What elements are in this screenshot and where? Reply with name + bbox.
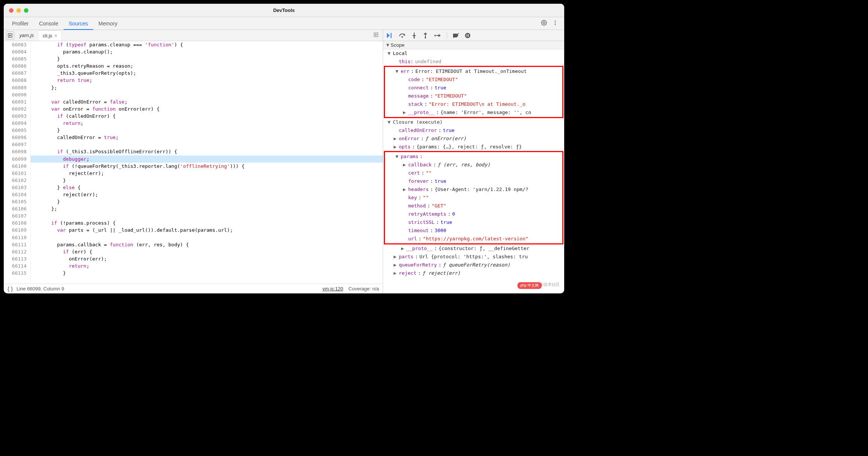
disclosure-triangle-icon: ▼ xyxy=(385,42,389,48)
window-title: DevTools xyxy=(273,7,295,13)
resume-icon[interactable] xyxy=(387,33,393,38)
scope-section-label: Scope xyxy=(391,42,404,48)
tab-sources[interactable]: Sources xyxy=(64,17,93,30)
svg-marker-16 xyxy=(424,33,427,34)
svg-marker-10 xyxy=(404,34,406,36)
file-tab-clijs[interactable]: cli.js × xyxy=(39,30,61,41)
file-tabbar: yarn.js cli.js × xyxy=(4,30,383,41)
code-editor[interactable]: 6608366084660856608666087660886608966090… xyxy=(4,41,383,284)
sources-panel: yarn.js cli.js × 66083660846608566086660… xyxy=(4,30,383,293)
line-gutter: 6608366084660856608666087660886608966090… xyxy=(4,41,31,284)
maximize-window-button[interactable] xyxy=(24,8,28,13)
vm-link[interactable]: vm.js:120 xyxy=(323,286,343,292)
close-tab-icon[interactable]: × xyxy=(55,33,58,38)
deactivate-breakpoints-icon[interactable] xyxy=(453,33,459,38)
cursor-position: Line 66099, Column 9 xyxy=(16,286,64,292)
svg-point-3 xyxy=(555,24,556,25)
svg-marker-13 xyxy=(412,35,416,37)
pretty-print-icon[interactable]: { } xyxy=(7,286,13,292)
more-icon[interactable] xyxy=(552,20,558,27)
step-icon[interactable] xyxy=(434,33,441,38)
devtools-window: DevTools Profiler Console Sources Memory… xyxy=(4,4,564,293)
svg-marker-5 xyxy=(9,34,11,37)
debugger-panel: ▼ Scope ▼Local this: undefined ▼err: Err… xyxy=(383,30,564,293)
file-tab-label: yarn.js xyxy=(19,33,34,38)
panel-tabbar: Profiler Console Sources Memory xyxy=(4,17,564,30)
svg-point-11 xyxy=(401,36,403,38)
debugger-toolbar xyxy=(383,30,564,41)
statusbar: { } Line 66099, Column 9 vm.js:120 Cover… xyxy=(4,284,383,293)
traffic-lights xyxy=(4,8,28,13)
brand-badge: php 中文网 xyxy=(517,282,542,289)
code-lines: if (typeof params.cleanup === 'function'… xyxy=(31,41,383,284)
navigator-toggle-icon[interactable] xyxy=(6,31,14,40)
svg-point-2 xyxy=(555,22,556,24)
svg-rect-19 xyxy=(436,35,438,36)
svg-rect-23 xyxy=(467,34,467,37)
scope-tree[interactable]: ▼Local this: undefined ▼err: Error: ETIM… xyxy=(383,49,564,293)
titlebar: DevTools xyxy=(4,4,564,17)
svg-point-17 xyxy=(425,37,426,38)
svg-point-14 xyxy=(413,37,415,38)
svg-rect-24 xyxy=(468,34,469,37)
file-tab-label: cli.js xyxy=(43,33,52,38)
tab-console[interactable]: Console xyxy=(34,17,63,30)
highlight-err-box: ▼err: Error: ETIMEDOUT at Timeout._onTim… xyxy=(384,66,563,118)
svg-marker-7 xyxy=(375,34,377,36)
svg-rect-12 xyxy=(414,33,415,36)
file-tab-yarnjs[interactable]: yarn.js xyxy=(16,30,37,41)
svg-point-0 xyxy=(543,22,545,24)
tab-profiler[interactable]: Profiler xyxy=(7,17,34,30)
svg-point-1 xyxy=(555,21,556,22)
close-window-button[interactable] xyxy=(9,8,13,13)
svg-rect-15 xyxy=(425,34,426,37)
separator xyxy=(447,32,447,39)
svg-marker-8 xyxy=(387,33,390,38)
step-into-icon[interactable] xyxy=(412,33,417,38)
more-tabs-icon[interactable] xyxy=(374,33,380,38)
pause-on-exceptions-icon[interactable] xyxy=(465,33,470,38)
highlight-params-box: ▼params: ▶callback: ƒ (err, res, body) c… xyxy=(384,151,563,244)
svg-point-18 xyxy=(434,35,436,36)
minimize-window-button[interactable] xyxy=(16,8,21,13)
settings-icon[interactable] xyxy=(541,20,547,27)
step-out-icon[interactable] xyxy=(423,33,428,38)
content: yarn.js cli.js × 66083660846608566086660… xyxy=(4,30,564,293)
tab-memory[interactable]: Memory xyxy=(93,17,123,30)
coverage-status: Coverage: n/a xyxy=(348,286,379,292)
step-over-icon[interactable] xyxy=(399,33,406,38)
svg-point-22 xyxy=(465,33,470,38)
svg-marker-20 xyxy=(438,34,441,37)
svg-rect-9 xyxy=(391,33,392,38)
scope-section-header[interactable]: ▼ Scope xyxy=(383,41,564,49)
scope-local-label: Local xyxy=(393,49,407,58)
